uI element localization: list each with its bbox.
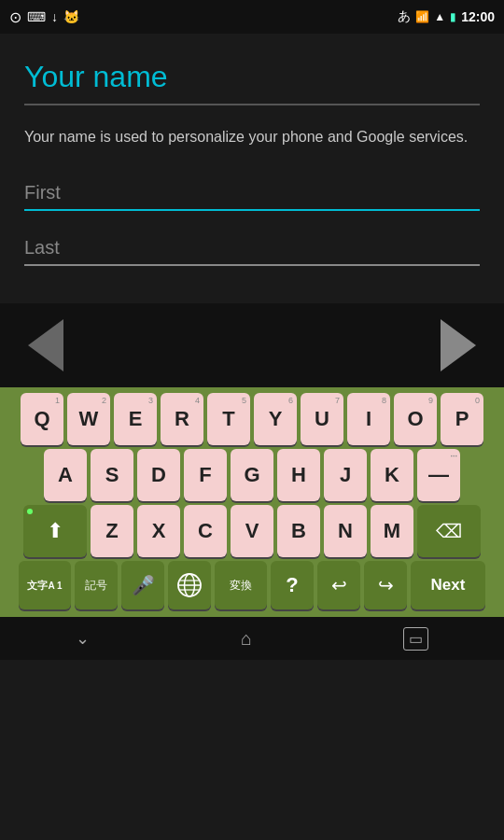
battery-icon: ▮ (450, 10, 456, 23)
key-w[interactable]: 2W (67, 393, 110, 445)
undo-key[interactable]: ↩ (317, 561, 360, 609)
clock: 12:00 (461, 9, 495, 24)
key-b[interactable]: B (277, 505, 320, 557)
delete-key[interactable]: ⌫ (417, 505, 481, 557)
page-description: Your name is used to personalize your ph… (24, 126, 480, 148)
key-k[interactable]: K (371, 449, 413, 501)
keyboard-row-3: ⬆ Z X C V B N M ⌫ (4, 505, 500, 557)
next-key[interactable]: Next (411, 561, 485, 609)
recent-apps-button[interactable]: ▭ (403, 627, 428, 651)
cat-icon: 🐱 (63, 9, 79, 24)
japanese-icon: あ (398, 8, 411, 25)
status-left-icons: ⊙ ⌨ ↓ 🐱 (9, 8, 79, 26)
home-button[interactable]: ⌂ (241, 628, 252, 650)
nav-area (0, 303, 504, 387)
app-icon-1: ⊙ (9, 8, 21, 26)
key-i[interactable]: 8I (347, 393, 390, 445)
key-h[interactable]: H (277, 449, 320, 501)
key-x[interactable]: X (137, 505, 180, 557)
key-c[interactable]: C (184, 505, 227, 557)
globe-key[interactable] (168, 561, 211, 609)
keyboard-row-1: 1Q 2W 3E 4R 5T 6Y 7U 8I 9O 0P (4, 393, 500, 445)
signal-icon: 📶 (415, 10, 429, 23)
symbol-key[interactable]: 記号 (75, 561, 118, 609)
key-o[interactable]: 9O (394, 393, 437, 445)
title-divider (24, 104, 480, 105)
shift-dot (27, 509, 33, 514)
name-form (24, 175, 480, 266)
key-q[interactable]: 1Q (21, 393, 63, 445)
first-name-input[interactable] (24, 175, 480, 211)
wifi-icon: ▲ (434, 10, 445, 23)
key-e[interactable]: 3E (114, 393, 157, 445)
key-d[interactable]: D (137, 449, 180, 501)
redo-key[interactable]: ↪ (364, 561, 407, 609)
status-bar: ⊙ ⌨ ↓ 🐱 あ 📶 ▲ ▮ 12:00 (0, 0, 504, 34)
key-p[interactable]: 0P (441, 393, 483, 445)
henkan-key[interactable]: 変換 (215, 561, 267, 609)
keyboard-row-4: 文字A 1 記号 🎤 変換 ? ↩ ↪ Next (4, 561, 500, 609)
status-right-icons: あ 📶 ▲ ▮ 12:00 (398, 8, 495, 25)
key-y[interactable]: 6Y (254, 393, 297, 445)
kana-key[interactable]: 文字A 1 (19, 561, 71, 609)
bottom-bar: ⌄ ⌂ ▭ (0, 617, 504, 660)
key-r[interactable]: 4R (161, 393, 203, 445)
back-arrow-button[interactable] (28, 319, 63, 371)
question-key[interactable]: ? (271, 561, 314, 609)
key-g[interactable]: G (231, 449, 273, 501)
key-l[interactable]: ··· — (417, 449, 460, 501)
key-j[interactable]: J (324, 449, 367, 501)
key-a[interactable]: A (44, 449, 87, 501)
key-v[interactable]: V (231, 505, 273, 557)
page-title: Your name (24, 60, 480, 94)
key-n[interactable]: N (324, 505, 367, 557)
back-button[interactable]: ⌄ (76, 628, 90, 649)
keyboard: 1Q 2W 3E 4R 5T 6Y 7U 8I 9O 0P A S D F G … (0, 387, 504, 617)
keyboard-icon: ⌨ (27, 9, 46, 24)
key-t[interactable]: 5T (207, 393, 250, 445)
content-area: Your name Your name is used to personali… (0, 34, 504, 303)
key-s[interactable]: S (91, 449, 133, 501)
key-u[interactable]: 7U (301, 393, 343, 445)
last-name-input[interactable] (24, 230, 480, 266)
download-icon: ↓ (51, 9, 58, 24)
key-f[interactable]: F (184, 449, 227, 501)
forward-arrow-button[interactable] (441, 319, 476, 371)
keyboard-row-2: A S D F G H J K ··· — (4, 449, 500, 501)
key-m[interactable]: M (371, 505, 413, 557)
key-z[interactable]: Z (91, 505, 133, 557)
shift-key[interactable]: ⬆ (23, 505, 87, 557)
mic-key[interactable]: 🎤 (121, 561, 164, 609)
